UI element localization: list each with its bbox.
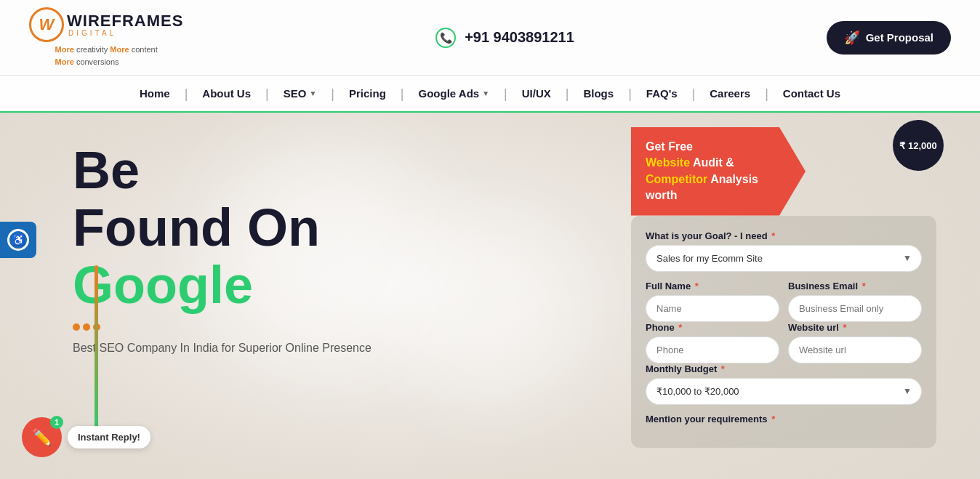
name-required: * [695,281,699,291]
full-name-label-text: Full Name [646,281,691,291]
navbar: Home | About Us | SEO ▼ | Pricing | Goog… [0,76,980,113]
chat-icon: ✏️ [32,428,52,447]
promo-free: Free [668,140,693,153]
hero-line3: Google [73,256,253,314]
form-group-requirements: Mention your requirements * [646,414,922,424]
budget-label: Monthly Budget * [646,363,922,374]
accessibility-symbol: ♿ [12,234,25,246]
header-phone-area: 📞 +91 9403891211 [435,28,574,48]
form-col-name: Full Name * [646,281,779,322]
accessibility-icon: ♿ [7,229,29,251]
nav-home[interactable]: Home [125,76,185,111]
promo-audit: Audit & [690,156,734,169]
promo-text-box: Get Free Website Audit & Competitor Anal… [631,127,806,216]
google-ads-arrow: ▼ [482,89,489,97]
goal-label: What is your Goal? - I need * [646,230,922,241]
logo-tagline: More creativity More content More conver… [55,44,158,68]
goal-select-wrapper: Sales for my Ecomm Site Lead Generation … [646,245,922,272]
hero-left: Be Found On Google Best SEO Company In I… [58,127,602,357]
budget-select[interactable]: ₹10,000 to ₹20,000 ₹20,000 to ₹50,000 ₹5… [646,378,922,405]
nav-about[interactable]: About Us [188,76,265,111]
main-content: Be Found On Google Best SEO Company In I… [0,113,980,448]
website-required: * [843,322,846,333]
phone-icon: 📞 [435,28,456,48]
promo-analysis: Analysis [707,173,758,185]
form-col-email: Business Email * [788,281,922,322]
website-input[interactable] [788,337,922,363]
promo-worth: worth [646,189,678,201]
full-name-input[interactable] [646,295,779,322]
goal-select[interactable]: Sales for my Ecomm Site Lead Generation … [646,245,922,272]
phone-required: * [678,322,682,333]
email-label: Business Email * [788,281,922,291]
logo-main: W WIREFRAMES DIGITAL [29,7,183,42]
nav-seo[interactable]: SEO ▼ [269,76,332,111]
logo-text: WIREFRAMES DIGITAL [67,13,183,37]
nav-contact[interactable]: Contact Us [768,76,855,111]
nav-careers[interactable]: Careers [695,76,765,111]
chat-label: Instant Reply! [68,426,150,448]
email-label-text: Business Email [788,281,858,291]
nav-blogs[interactable]: Blogs [569,76,628,111]
phone-label-text: Phone [646,322,675,333]
logo-icon: W [29,7,64,42]
chat-widget: ✏️ 1 Instant Reply! [22,417,150,457]
website-label-text: Website url [788,322,839,333]
goal-required: * [771,230,775,241]
nav-uiux[interactable]: UI/UX [507,76,566,111]
business-email-input[interactable] [788,295,922,322]
form-row-phone-website: Phone * Website url * [646,322,922,363]
logo-sub: DIGITAL [68,29,183,37]
hero-dot-2 [83,323,90,331]
goal-label-text: What is your Goal? - I need [646,230,768,241]
email-required: * [862,281,866,291]
form-col-phone: Phone * [646,322,779,363]
logo-area: W WIREFRAMES DIGITAL More creativity Mor… [29,7,183,68]
phone-label: Phone * [646,322,779,333]
get-proposal-button[interactable]: 🚀 Get Proposal [827,21,951,55]
chat-button[interactable]: ✏️ 1 [22,417,62,457]
form-group-goal: What is your Goal? - I need * Sales for … [646,230,922,272]
hero-dot-1 [73,323,80,331]
budget-required: * [721,363,725,374]
hero-line2: Found On [73,198,320,257]
budget-label-text: Monthly Budget [646,363,717,374]
phone-number[interactable]: +91 9403891211 [465,29,574,46]
website-label: Website url * [788,322,922,333]
budget-select-wrapper: ₹10,000 to ₹20,000 ₹20,000 to ₹50,000 ₹5… [646,378,922,405]
form-group-budget: Monthly Budget * ₹10,000 to ₹20,000 ₹20,… [646,363,922,405]
tagline-more3: More [55,57,74,66]
promo-price: ₹ 12,000 [899,140,936,151]
promo-get: Get [646,140,668,153]
cta-label: Get Proposal [866,31,933,44]
nav-faqs[interactable]: FAQ's [632,76,692,111]
phone-input[interactable] [646,337,779,363]
nav-pricing[interactable]: Pricing [334,76,401,111]
promo-price-badge: ₹ 12,000 [893,120,944,171]
hero-right: Get Free Website Audit & Competitor Anal… [631,127,936,448]
accessibility-button[interactable]: ♿ [0,222,36,258]
hero-bar [95,265,98,440]
requirements-required: * [771,414,775,424]
full-name-label: Full Name * [646,281,779,291]
chat-badge: 1 [50,416,63,429]
hero-line1: Be [73,141,140,199]
logo-brand: WIREFRAMES [67,13,183,29]
seo-arrow: ▼ [309,89,316,97]
promo-website: Website [646,156,690,169]
tagline-more2: More [110,45,129,54]
tagline-more1: More [55,45,74,54]
form-container: What is your Goal? - I need * Sales for … [631,216,936,448]
form-row-name-email: Full Name * Business Email * [646,281,922,322]
requirements-label: Mention your requirements * [646,414,922,424]
form-col-website: Website url * [788,322,922,363]
header: W WIREFRAMES DIGITAL More creativity Mor… [0,0,980,76]
hero-dots [73,323,602,331]
requirements-label-text: Mention your requirements [646,414,768,424]
nav-google-ads[interactable]: Google Ads ▼ [404,76,505,111]
promo-banner: Get Free Website Audit & Competitor Anal… [631,127,936,216]
rocket-icon: 🚀 [844,30,860,46]
hero-subtitle: Best SEO Company In India for Superior O… [73,339,407,357]
promo-competitor: Competitor [646,173,707,185]
hero-title: Be Found On Google [73,142,602,315]
